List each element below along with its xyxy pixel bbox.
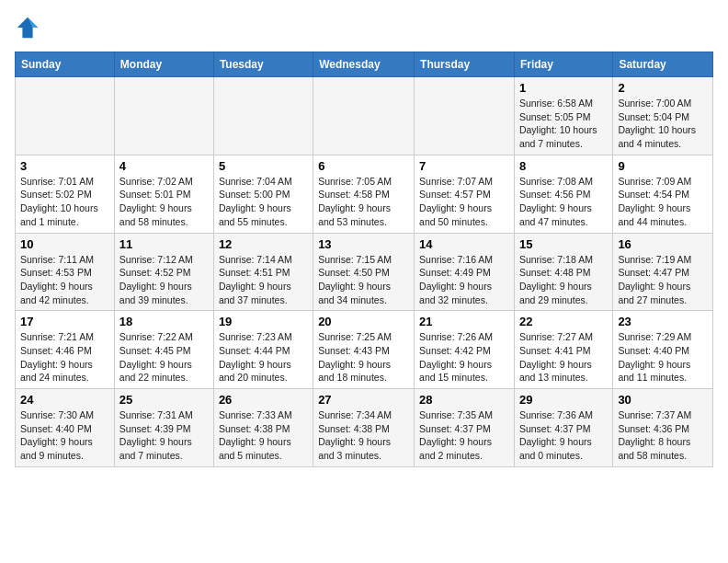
day-cell: 1Sunrise: 6:58 AM Sunset: 5:05 PM Daylig… bbox=[514, 77, 612, 155]
day-info: Sunrise: 7:22 AM Sunset: 4:45 PM Dayligh… bbox=[119, 330, 209, 385]
day-number: 23 bbox=[618, 315, 708, 328]
day-cell bbox=[16, 77, 115, 155]
day-info: Sunrise: 7:00 AM Sunset: 5:04 PM Dayligh… bbox=[618, 97, 708, 151]
day-cell: 3Sunrise: 7:01 AM Sunset: 5:02 PM Daylig… bbox=[16, 155, 115, 233]
day-info: Sunrise: 7:02 AM Sunset: 5:01 PM Dayligh… bbox=[119, 175, 209, 229]
day-info: Sunrise: 7:12 AM Sunset: 4:52 PM Dayligh… bbox=[119, 253, 209, 307]
day-number: 6 bbox=[318, 159, 409, 173]
day-info: Sunrise: 7:16 AM Sunset: 4:49 PM Dayligh… bbox=[419, 253, 509, 307]
day-cell: 19Sunrise: 7:23 AM Sunset: 4:44 PM Dayli… bbox=[213, 311, 313, 389]
day-cell bbox=[415, 77, 515, 155]
weekday-header-monday: Monday bbox=[114, 52, 213, 77]
day-number: 17 bbox=[20, 315, 109, 328]
day-number: 26 bbox=[219, 393, 308, 407]
day-number: 12 bbox=[219, 237, 308, 251]
day-info: Sunrise: 7:25 AM Sunset: 4:43 PM Dayligh… bbox=[318, 330, 409, 385]
day-number: 5 bbox=[219, 159, 308, 173]
day-cell: 15Sunrise: 7:18 AM Sunset: 4:48 PM Dayli… bbox=[514, 233, 612, 311]
day-info: Sunrise: 7:15 AM Sunset: 4:50 PM Dayligh… bbox=[318, 253, 409, 307]
day-cell: 11Sunrise: 7:12 AM Sunset: 4:52 PM Dayli… bbox=[114, 233, 213, 311]
day-info: Sunrise: 7:14 AM Sunset: 4:51 PM Dayligh… bbox=[219, 253, 308, 307]
day-info: Sunrise: 7:27 AM Sunset: 4:41 PM Dayligh… bbox=[519, 330, 608, 385]
day-info: Sunrise: 7:34 AM Sunset: 4:38 PM Dayligh… bbox=[318, 408, 409, 463]
day-cell: 25Sunrise: 7:31 AM Sunset: 4:39 PM Dayli… bbox=[114, 389, 213, 467]
day-cell: 12Sunrise: 7:14 AM Sunset: 4:51 PM Dayli… bbox=[213, 233, 313, 311]
day-number: 7 bbox=[419, 159, 509, 173]
day-cell: 30Sunrise: 7:37 AM Sunset: 4:36 PM Dayli… bbox=[613, 389, 713, 467]
day-info: Sunrise: 7:01 AM Sunset: 5:02 PM Dayligh… bbox=[20, 175, 109, 229]
day-number: 16 bbox=[618, 237, 708, 251]
day-info: Sunrise: 7:26 AM Sunset: 4:42 PM Dayligh… bbox=[419, 330, 509, 385]
day-info: Sunrise: 7:11 AM Sunset: 4:53 PM Dayligh… bbox=[20, 253, 109, 307]
day-number: 21 bbox=[419, 315, 509, 328]
day-info: Sunrise: 7:29 AM Sunset: 4:40 PM Dayligh… bbox=[618, 330, 708, 385]
weekday-header-saturday: Saturday bbox=[613, 52, 713, 77]
day-number: 14 bbox=[419, 237, 509, 251]
day-info: Sunrise: 7:05 AM Sunset: 4:58 PM Dayligh… bbox=[318, 175, 409, 229]
day-info: Sunrise: 7:23 AM Sunset: 4:44 PM Dayligh… bbox=[219, 330, 308, 385]
day-info: Sunrise: 7:08 AM Sunset: 4:56 PM Dayligh… bbox=[519, 175, 608, 229]
day-number: 1 bbox=[519, 81, 608, 95]
day-number: 28 bbox=[419, 393, 509, 407]
weekday-header-wednesday: Wednesday bbox=[313, 52, 415, 77]
day-info: Sunrise: 7:21 AM Sunset: 4:46 PM Dayligh… bbox=[20, 330, 109, 385]
day-info: Sunrise: 7:09 AM Sunset: 4:54 PM Dayligh… bbox=[618, 175, 708, 229]
header bbox=[15, 15, 713, 40]
day-number: 11 bbox=[119, 237, 209, 251]
day-info: Sunrise: 7:35 AM Sunset: 4:37 PM Dayligh… bbox=[419, 408, 509, 463]
day-cell: 4Sunrise: 7:02 AM Sunset: 5:01 PM Daylig… bbox=[114, 155, 213, 233]
logo-icon bbox=[15, 15, 40, 40]
day-number: 8 bbox=[519, 159, 608, 173]
day-number: 15 bbox=[519, 237, 608, 251]
day-number: 29 bbox=[519, 393, 608, 407]
day-cell bbox=[313, 77, 415, 155]
day-info: Sunrise: 6:58 AM Sunset: 5:05 PM Dayligh… bbox=[519, 97, 608, 151]
day-cell: 29Sunrise: 7:36 AM Sunset: 4:37 PM Dayli… bbox=[514, 389, 612, 467]
weekday-header-row: SundayMondayTuesdayWednesdayThursdayFrid… bbox=[16, 52, 713, 77]
day-number: 2 bbox=[618, 81, 708, 95]
day-cell: 10Sunrise: 7:11 AM Sunset: 4:53 PM Dayli… bbox=[16, 233, 115, 311]
day-cell: 26Sunrise: 7:33 AM Sunset: 4:38 PM Dayli… bbox=[213, 389, 313, 467]
week-row-5: 24Sunrise: 7:30 AM Sunset: 4:40 PM Dayli… bbox=[16, 389, 713, 467]
day-info: Sunrise: 7:36 AM Sunset: 4:37 PM Dayligh… bbox=[519, 408, 608, 463]
week-row-2: 3Sunrise: 7:01 AM Sunset: 5:02 PM Daylig… bbox=[16, 155, 713, 233]
day-info: Sunrise: 7:31 AM Sunset: 4:39 PM Dayligh… bbox=[119, 408, 209, 463]
day-number: 24 bbox=[20, 393, 109, 407]
week-row-4: 17Sunrise: 7:21 AM Sunset: 4:46 PM Dayli… bbox=[16, 311, 713, 389]
day-cell: 20Sunrise: 7:25 AM Sunset: 4:43 PM Dayli… bbox=[313, 311, 415, 389]
day-cell: 18Sunrise: 7:22 AM Sunset: 4:45 PM Dayli… bbox=[114, 311, 213, 389]
weekday-header-thursday: Thursday bbox=[415, 52, 515, 77]
day-number: 18 bbox=[119, 315, 209, 328]
day-info: Sunrise: 7:37 AM Sunset: 4:36 PM Dayligh… bbox=[618, 408, 708, 463]
day-cell bbox=[213, 77, 313, 155]
day-number: 3 bbox=[20, 159, 109, 173]
day-cell bbox=[114, 77, 213, 155]
day-cell: 23Sunrise: 7:29 AM Sunset: 4:40 PM Dayli… bbox=[613, 311, 713, 389]
day-number: 10 bbox=[20, 237, 109, 251]
day-cell: 16Sunrise: 7:19 AM Sunset: 4:47 PM Dayli… bbox=[613, 233, 713, 311]
weekday-header-friday: Friday bbox=[514, 52, 612, 77]
day-cell: 5Sunrise: 7:04 AM Sunset: 5:00 PM Daylig… bbox=[213, 155, 313, 233]
weekday-header-tuesday: Tuesday bbox=[213, 52, 313, 77]
day-cell: 9Sunrise: 7:09 AM Sunset: 4:54 PM Daylig… bbox=[613, 155, 713, 233]
week-row-1: 1Sunrise: 6:58 AM Sunset: 5:05 PM Daylig… bbox=[16, 77, 713, 155]
day-info: Sunrise: 7:18 AM Sunset: 4:48 PM Dayligh… bbox=[519, 253, 608, 307]
day-number: 30 bbox=[618, 393, 708, 407]
weekday-header-sunday: Sunday bbox=[16, 52, 115, 77]
day-cell: 7Sunrise: 7:07 AM Sunset: 4:57 PM Daylig… bbox=[415, 155, 515, 233]
week-row-3: 10Sunrise: 7:11 AM Sunset: 4:53 PM Dayli… bbox=[16, 233, 713, 311]
day-cell: 14Sunrise: 7:16 AM Sunset: 4:49 PM Dayli… bbox=[415, 233, 515, 311]
day-cell: 27Sunrise: 7:34 AM Sunset: 4:38 PM Dayli… bbox=[313, 389, 415, 467]
day-number: 19 bbox=[219, 315, 308, 328]
day-number: 13 bbox=[318, 237, 409, 251]
logo bbox=[15, 15, 44, 40]
day-cell: 28Sunrise: 7:35 AM Sunset: 4:37 PM Dayli… bbox=[415, 389, 515, 467]
day-info: Sunrise: 7:33 AM Sunset: 4:38 PM Dayligh… bbox=[219, 408, 308, 463]
day-cell: 22Sunrise: 7:27 AM Sunset: 4:41 PM Dayli… bbox=[514, 311, 612, 389]
day-cell: 6Sunrise: 7:05 AM Sunset: 4:58 PM Daylig… bbox=[313, 155, 415, 233]
day-number: 22 bbox=[519, 315, 608, 328]
day-number: 20 bbox=[318, 315, 409, 328]
day-cell: 17Sunrise: 7:21 AM Sunset: 4:46 PM Dayli… bbox=[16, 311, 115, 389]
day-info: Sunrise: 7:07 AM Sunset: 4:57 PM Dayligh… bbox=[419, 175, 509, 229]
day-info: Sunrise: 7:04 AM Sunset: 5:00 PM Dayligh… bbox=[219, 175, 308, 229]
